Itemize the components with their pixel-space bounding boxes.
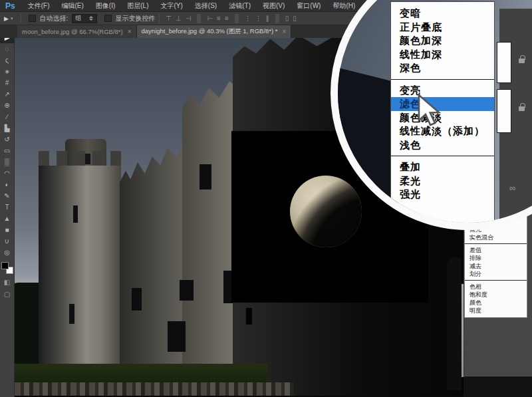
magnified-layer-thumbnail [497,42,511,83]
menu-image[interactable]: 图像(I) [90,0,121,12]
menu-separator [465,280,527,281]
distribute-top-icon[interactable]: ⋮ [243,15,253,22]
menu-item-overlay[interactable]: 叠加 [391,160,494,174]
close-icon[interactable]: × [283,28,287,35]
tree-silhouette [447,257,462,390]
clone-stamp-tool[interactable]: ▙ [0,122,15,134]
divider [159,14,160,23]
menu-item-lighter-color[interactable]: 浅色 [391,138,494,152]
castle-window [132,288,142,311]
eyedropper-tool[interactable]: ↗ [0,88,15,100]
ps-logo: Ps [0,1,22,11]
dodge-tool[interactable]: ◐ [0,179,15,190]
menu-item-divide[interactable]: 划分 [465,270,527,278]
auto-select-dropdown[interactable]: 组 [72,14,97,23]
history-brush-tool[interactable]: ↺ [0,134,15,145]
menu-file[interactable]: 文件(F) [22,0,56,12]
menu-separator [391,79,494,80]
blur-tool[interactable]: ◠ [0,168,15,179]
tools-panel: ···· ▶ ◌ ς ∗ # ↗ ⊕ ∕ ▙ ↺ ▭ ▒ ◠ ◐ ✎ T ▲ ■… [0,25,15,397]
quick-mask-icon[interactable]: ◧ [4,279,10,286]
menu-help[interactable]: 帮助(H) [327,0,361,12]
lasso-tool[interactable]: ς [0,55,15,66]
menu-item-saturation[interactable]: 饱和度 [465,291,527,299]
menu-item-darken[interactable]: 变暗 [391,7,494,21]
hand-tool[interactable]: ∪ [0,235,15,247]
tab-moon-before[interactable]: moon_before.jpg @ 66.7%(RGB/8*) × [17,25,137,38]
tool-preset-caret-icon[interactable]: ▾ [11,16,13,21]
distribute-bottom-icon[interactable]: ∥ [264,15,271,22]
crenellations [39,151,121,166]
divider [21,14,21,23]
menu-layer[interactable]: 图层(L) [121,0,154,12]
align-center-icon[interactable]: ≡ [215,15,223,22]
menu-edit[interactable]: 编辑(E) [55,0,89,12]
castle-left-tower [39,166,121,378]
path-select-tool[interactable]: ▲ [0,213,15,224]
menu-item-color[interactable]: 颜色 [465,299,527,307]
menu-separator [391,156,494,156]
menu-item-color-burn[interactable]: 颜色加深 [391,34,494,48]
auto-select-checkbox[interactable] [29,15,36,22]
moon-eclipse-shadow [290,176,362,247]
align-left-icon[interactable]: ⊣ [184,15,194,22]
shape-tool[interactable]: ■ [0,224,15,235]
distribute-middle-icon[interactable]: ⋮ [253,15,264,22]
menu-item-luminosity[interactable]: 明度 [465,307,527,315]
moon [290,176,362,247]
gradient-tool[interactable]: ▒ [0,156,15,168]
move-tool-icon: ▶ [0,15,11,22]
crop-tool[interactable]: # [0,77,15,88]
menu-window[interactable]: 窗口(W) [291,0,327,12]
menu-select[interactable]: 选择(S) [189,0,223,12]
lock-icon [519,106,525,111]
color-swatches[interactable] [1,262,13,274]
align-right-icon[interactable]: ⊢ [205,15,215,22]
magic-wand-tool[interactable]: ∗ [0,66,15,77]
menu-view[interactable]: 视图(V) [257,0,291,12]
pen-tool[interactable]: ✎ [0,190,15,201]
stone-wall [15,382,294,397]
menu-item-hue[interactable]: 色相 [465,283,527,291]
dropdown-arrows-icon [89,15,94,21]
menu-filter[interactable]: 滤镜(T) [223,0,257,12]
castle-window [180,280,194,301]
distribute-v-icon[interactable]: ▯ [291,15,299,22]
close-icon[interactable]: × [128,28,132,35]
align-bottom-icon[interactable]: ⊥ [174,15,184,22]
menu-item-soft-light[interactable]: 柔光 [391,174,494,188]
foreground-color-swatch[interactable] [1,262,9,269]
zoom-tool[interactable]: ◎ [0,247,15,258]
menu-item-linear-burn[interactable]: 线性加深 [391,48,494,62]
magnified-layer-thumbnail [497,89,511,133]
photoshop-window: Ps 文件(F) 编辑(E) 图像(I) 图层(L) 文字(Y) 选择(S) 滤… [0,0,532,397]
auto-select-label: 自动选择: [39,14,68,23]
healing-brush-tool[interactable]: ⊕ [0,100,15,111]
show-transform-label: 显示变换控件 [115,14,155,23]
menu-item-exclusion[interactable]: 排除 [465,254,527,262]
eraser-tool[interactable]: ▭ [0,145,15,156]
align-middle-icon[interactable]: ≡ [223,15,231,22]
type-tool[interactable]: T [0,201,15,213]
cursor-icon [416,94,447,128]
align-top-icon[interactable]: ⊤ [164,15,174,22]
castle-window [246,308,252,325]
marquee-tool[interactable]: ◌ [0,43,15,55]
castle-window [200,164,211,190]
menu-item-darker-color[interactable]: 深色 [391,61,494,75]
menu-item-hard-mix[interactable]: 实色混合 [465,233,527,241]
menu-item-hard-light[interactable]: 强光 [391,188,494,201]
layers-panel-footer [464,376,532,397]
menu-type[interactable]: 文字(Y) [155,0,189,12]
menu-item-multiply[interactable]: 正片叠底 [391,21,494,35]
screen-mode-icon[interactable]: ▢ [4,291,10,298]
castle-window [168,321,186,352]
menu-item-difference[interactable]: 差值 [465,246,527,254]
show-transform-checkbox[interactable] [104,15,112,22]
menu-separator [465,243,527,244]
link-icon: ∞ [509,183,515,193]
menu-item-subtract[interactable]: 减去 [465,262,527,270]
brush-tool[interactable]: ∕ [0,111,15,122]
distribute-h-icon[interactable]: ▯ [283,15,291,22]
tab-daynight-before[interactable]: daynight_before.jpg @ 40.3% (图层 1, RGB/8… [137,25,292,38]
